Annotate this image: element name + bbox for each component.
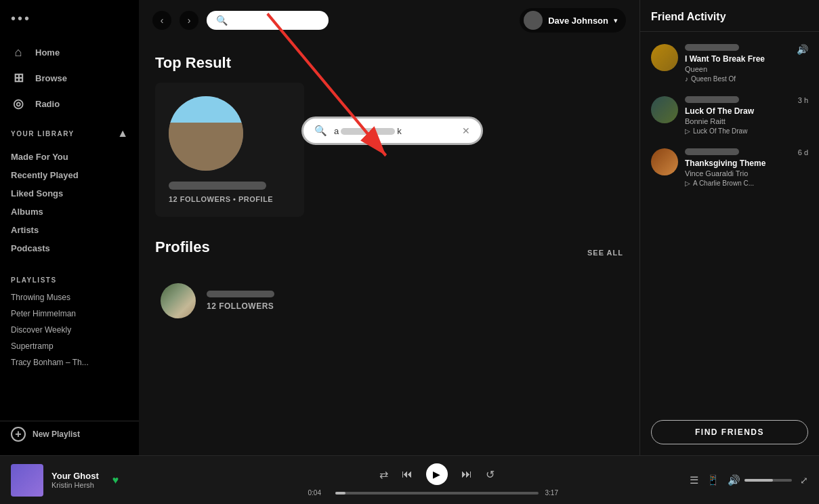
time-current: 0:04 [308,489,329,497]
music-note-icon: ♪ [685,75,688,83]
time-total: 3:17 [545,489,566,497]
friend-activity-item: I Want To Break Free Queen ♪ Queen Best … [640,37,819,89]
playlist-discover-weekly[interactable]: Discover Weekly [0,322,139,338]
search-bar[interactable]: 🔍 [207,11,329,30]
track-info: Your Ghost Kristin Hersh [51,471,99,489]
result-avatar-image [169,96,243,171]
playlist-supertramp[interactable]: Supertramp [0,338,139,354]
friend-info: Luck Of The Draw Bonnie Raitt ▷ Luck Of … [685,96,791,135]
volume-icon: 🔊 [797,44,808,55]
home-label: Home [35,47,60,58]
top-result-title: Top Result [155,54,623,72]
profile-followers: 12 FOLLOWERS [207,301,274,311]
friend-artist: Bonnie Raitt [685,117,791,125]
playlists-title: PLAYLISTS [0,266,139,289]
devices-button[interactable]: 📱 [707,474,719,486]
user-menu[interactable]: Dave Johnson ▾ [520,8,626,33]
search-bar-icon: 🔍 [216,15,228,26]
friend-activity-item: Luck Of The Draw Bonnie Raitt ▷ Luck Of … [640,89,819,142]
new-playlist-button[interactable]: + New Playlist [11,427,128,442]
search-input[interactable] [233,16,321,26]
player-right: ☰ 📱 🔊 ⤢ [673,474,808,486]
profile-avatar [161,283,196,318]
queue-button[interactable]: ☰ [690,474,698,486]
friend-artist: Queen [685,65,790,73]
radio-label: Radio [35,99,60,109]
friend-activity-footer: FIND FRIENDS [640,409,819,455]
library-link-podcasts[interactable]: Podcasts [0,239,139,257]
find-friends-button[interactable]: FIND FRIENDS [651,420,808,444]
radio-icon: ◎ [11,96,26,111]
forward-button[interactable]: › [180,11,198,30]
library-link-recently-played[interactable]: Recently Played [0,166,139,184]
playlist-peter-himmelman[interactable]: Peter Himmelman [0,306,139,322]
main-content: ‹ › 🔍 Dave Johnson ▾ [139,0,639,455]
next-button[interactable]: ⏭ [461,468,472,480]
sidebar: ••• ⌂ Home ⊞ Browse ◎ Radio YOUR LIBRARY… [0,0,139,455]
library-link-artists[interactable]: Artists [0,221,139,239]
volume-area: 🔊 [728,474,792,486]
volume-fill [744,479,773,482]
play-pause-button[interactable]: ▶ [426,463,448,485]
profile-info: 12 FOLLOWERS [207,291,274,311]
topbar-right: Dave Johnson ▾ [520,8,626,33]
new-playlist-label: New Playlist [33,429,80,439]
back-button[interactable]: ‹ [152,11,171,30]
shuffle-button[interactable]: ⇄ [379,468,388,481]
top-result-card[interactable]: 12 FOLLOWERS • PROFILE [155,83,304,217]
friend-activity-item: Thanksgiving Theme Vince Guaraldi Trio ▷… [640,142,819,194]
top-result-section: Top Result 12 FOLLOWERS • PROFILE [155,54,623,217]
friend-info: I Want To Break Free Queen ♪ Queen Best … [685,44,790,83]
friend-name-bar [685,44,739,51]
progress-track[interactable] [335,492,539,495]
topbar-left: ‹ › 🔍 [152,11,329,30]
library-link-liked-songs[interactable]: Liked Songs [0,184,139,203]
sidebar-item-browse[interactable]: ⊞ Browse [0,65,139,91]
content-area: ‹ › 🔍 Dave Johnson ▾ [139,0,819,455]
result-avatar [169,96,243,171]
browse-icon: ⊞ [11,70,26,85]
friend-album: ▷ A Charlie Brown C... [685,180,791,187]
profiles-title: Profiles [155,238,210,256]
track-artist[interactable]: Kristin Hersh [51,481,99,489]
friend-avatar [651,96,678,123]
library-section: YOUR LIBRARY ▲ Made For You Recently Pla… [0,122,139,260]
scroll-content: Top Result 12 FOLLOWERS • PROFILE Profil… [139,41,639,455]
friend-song: I Want To Break Free [685,54,790,64]
sidebar-item-radio[interactable]: ◎ Radio [0,91,139,117]
friend-name-bar [685,148,739,155]
avatar [524,11,543,30]
playlist-throwing-muses[interactable]: Throwing Muses [0,289,139,306]
profile-card[interactable]: 12 FOLLOWERS [155,278,623,324]
sidebar-item-home[interactable]: ⌂ Home [0,40,139,65]
volume-bar[interactable] [744,479,792,482]
friend-activity-list: I Want To Break Free Queen ♪ Queen Best … [640,32,819,409]
library-links: Made For You Recently Played Liked Songs… [0,145,139,260]
previous-button[interactable]: ⏮ [402,468,413,480]
topbar: ‹ › 🔍 Dave Johnson ▾ [139,0,639,41]
player-bar: Your Ghost Kristin Hersh ♥ ⇄ ⏮ ▶ ⏭ ↺ 0:0… [0,455,819,504]
repeat-button[interactable]: ↺ [486,468,495,481]
player-center: ⇄ ⏮ ▶ ⏭ ↺ 0:04 3:17 [201,463,673,497]
library-link-made-for-you[interactable]: Made For You [0,148,139,166]
friend-album: ♪ Queen Best Of [685,75,790,83]
library-collapse-icon[interactable]: ▲ [117,127,128,140]
track-name: Your Ghost [51,471,99,481]
like-button[interactable]: ♥ [112,474,119,486]
friend-song: Thanksgiving Theme [685,159,791,168]
progress-fill [335,492,345,495]
expand-button[interactable]: ⤢ [800,475,808,486]
friend-name-bar [685,96,739,103]
menu-dots-button[interactable]: ••• [11,11,31,26]
library-link-albums[interactable]: Albums [0,203,139,221]
see-all-button[interactable]: SEE ALL [587,249,623,257]
play-icon: ▷ [685,180,690,187]
main-nav: ⌂ Home ⊞ Browse ◎ Radio [0,35,139,122]
chevron-down-icon: ▾ [614,16,618,25]
volume-button[interactable]: 🔊 [728,474,740,486]
playlist-tracy-bonham[interactable]: Tracy Bonham – Th... [0,354,139,371]
track-thumbnail [11,464,43,497]
friend-time: 6 d [798,148,808,156]
profile-avatar-image [161,283,196,318]
browse-label: Browse [35,73,67,83]
